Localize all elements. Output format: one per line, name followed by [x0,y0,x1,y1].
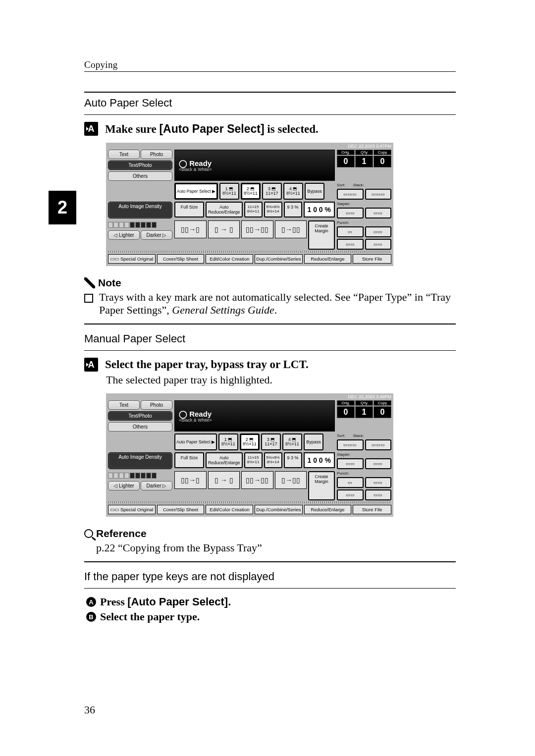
tray-4[interactable]: 4 ⬒8½×11 [283,183,303,200]
thumb-duplex-1[interactable]: ▯▯→▯ [174,471,207,489]
staple-2[interactable]: ▭▭ [365,208,392,218]
step-followup: The selected paper tray is highlighted. [106,374,456,386]
tray-3[interactable]: 3 ⬒11×17 [262,183,282,200]
density-scale[interactable] [108,220,172,229]
bottom-tabs: ▭▭ Special Original Cover/Slip Sheet Edi… [106,503,393,517]
thumb-series[interactable]: ▯→▯▯ [275,471,307,489]
staple-2[interactable]: ▭▭ [365,458,392,469]
paper-tray-row: Auto Paper Select ▶ 1 ⬒8½×11 2 ⬒8½×11 3 … [174,433,335,450]
current-ratio: 9 3 % [284,452,302,468]
reference-heading: Reference [84,528,456,540]
punch-1[interactable]: ▭ [337,477,364,488]
stack-btn[interactable]: ▭▭▭ [365,439,392,450]
page-number: 36 [84,703,95,716]
store-file-tab[interactable]: Store File [353,254,391,264]
special-original-tab[interactable]: ▭▭ Special Original [108,254,156,264]
section-heading: Auto Paper Select [84,97,456,109]
density-scale[interactable] [108,471,172,480]
pencil-icon [84,277,95,288]
sort-btn[interactable]: ▭▭▭ [337,439,364,450]
circled-number-icon: B [86,612,96,622]
tray-1[interactable]: 1 ⬒8½×11 [219,183,239,200]
punch-1[interactable]: ▭ [337,226,364,237]
auto-paper-select-btn[interactable]: Auto Paper Select ▶ [174,183,218,200]
store-file-tab[interactable]: Store File [353,505,391,514]
bypass-tray[interactable]: Bypass [304,433,323,450]
bottom-tabs: ▭▭ Special Original Cover/Slip Sheet Edi… [106,253,393,266]
darker-btn[interactable]: Darker ▷ [141,481,172,490]
thumb-duplex-1[interactable]: ▯▯→▯ [174,220,207,238]
photo-btn[interactable]: Photo [141,150,172,159]
divider [84,92,456,93]
dup-combine-tab[interactable]: Dup./Combine/Series [255,254,302,264]
chapter-tab: 2 [49,191,76,224]
thumb-duplex-2[interactable]: ▯ → ▯ [208,471,240,489]
thumb-series[interactable]: ▯→▯▯ [275,220,307,238]
step-number-icon: A [84,358,98,372]
punch-4[interactable]: ▭▭ [365,239,392,250]
others-btn[interactable]: Others [108,171,172,181]
full-size-btn[interactable]: Full Size [174,202,204,217]
cover-slip-tab[interactable]: Cover/Slip Sheet [157,254,205,264]
divider [84,350,456,351]
tray-3[interactable]: 3 ⬒11×17 [261,433,281,450]
edit-color-tab[interactable]: Edit/Color Creation [206,505,253,514]
ratio-preset-1[interactable]: 11×15 8½×11 [244,202,263,217]
reduce-enlarge-tab[interactable]: Reduce/Enlarge [304,505,352,514]
text-photo-btn[interactable]: Text/Photo [108,411,172,421]
punch-3[interactable]: ▭▭ [337,489,364,500]
special-original-tab[interactable]: ▭▭ Special Original [108,505,156,514]
auto-reduce-enlarge-btn[interactable]: Auto Reduce/Enlarge [206,202,243,217]
cover-slip-tab[interactable]: Cover/Slip Sheet [157,505,205,514]
stack-btn[interactable]: ▭▭▭ [365,189,392,200]
full-size-btn[interactable]: Full Size [174,452,204,468]
step-number-icon: A [84,122,98,136]
edit-color-tab[interactable]: Edit/Color Creation [206,254,253,264]
staple-1[interactable]: ▭▭ [337,208,364,218]
text-btn[interactable]: Text [108,400,140,410]
thumb-duplex-2[interactable]: ▯ → ▯ [208,220,240,238]
status-ready: ◯ Ready <Black & White> [174,400,335,432]
punch-4[interactable]: ▭▭ [365,489,392,500]
divider [84,588,456,589]
punch-3[interactable]: ▭▭ [337,239,364,250]
ratio-preset-1[interactable]: 11×15 8½×11 [244,452,263,468]
thumb-combine[interactable]: ▯▯→▯▯ [241,220,273,238]
tray-4[interactable]: 4 ⬒8½×11 [282,433,302,450]
bypass-tray[interactable]: Bypass [305,183,324,200]
copier-ui-screenshot-1: DEC 22,2003 3:47PM TextPhoto Text/Photo … [106,143,393,266]
running-head: Copying [84,59,456,72]
tray-1[interactable]: 1 ⬒8½×11 [218,433,238,450]
circled-number-icon: A [86,597,96,607]
substep-2: B Select the paper type. [86,610,456,623]
dup-combine-tab[interactable]: Dup./Combine/Series [255,505,302,514]
text-btn[interactable]: Text [108,150,140,159]
step-1: A Select the paper tray, bypass tray or … [84,358,456,372]
sort-btn[interactable]: ▭▭▭ [337,189,364,200]
reduce-enlarge-tab[interactable]: Reduce/Enlarge [304,254,352,264]
darker-btn[interactable]: Darker ▷ [141,230,172,240]
text-photo-btn[interactable]: Text/Photo [108,161,172,170]
ratio-preset-2[interactable]: 5½×8½ 8½×14 [264,452,282,468]
thumb-combine[interactable]: ▯▯→▯▯ [241,471,273,489]
100pct-btn[interactable]: 1 0 0 % [304,202,335,217]
punch-2[interactable]: ▭▭ [365,477,392,488]
auto-paper-select-btn[interactable]: Auto Paper Select ▶ [174,433,217,450]
photo-btn[interactable]: Photo [141,400,172,410]
auto-density-btn[interactable]: Auto Image Density [108,202,172,218]
create-margin-btn[interactable]: Create Margin [308,220,335,250]
staple-1[interactable]: ▭▭ [337,458,364,469]
auto-density-btn[interactable]: Auto Image Density [108,452,172,469]
tray-2[interactable]: 2 ⬒8½×11 [241,183,261,200]
lighter-btn[interactable]: ◁ Lighter [108,481,140,490]
reference-body: p.22 “Copying from the Bypass Tray” [96,541,456,554]
100pct-btn[interactable]: 1 0 0 % [304,452,335,468]
create-margin-btn[interactable]: Create Margin [308,471,335,500]
ratio-preset-2[interactable]: 5½×8½ 8½×14 [264,202,282,217]
auto-reduce-enlarge-btn[interactable]: Auto Reduce/Enlarge [206,452,243,468]
others-btn[interactable]: Others [108,422,172,432]
status-ready: ◯ Ready <Black & White> [174,150,335,181]
lighter-btn[interactable]: ◁ Lighter [108,230,140,240]
tray-2[interactable]: 2 ⬒8½×11 [240,433,260,450]
punch-2[interactable]: ▭▭ [365,226,392,237]
